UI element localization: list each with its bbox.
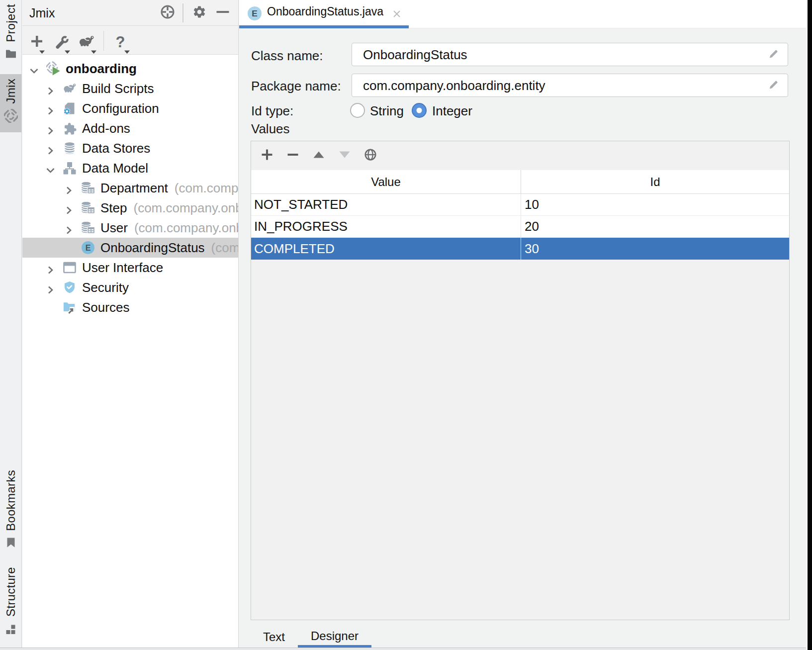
- entity-icon: [81, 221, 95, 235]
- help-icon[interactable]: ?: [114, 33, 137, 55]
- window-bottom-band: [0, 648, 808, 650]
- radio-string[interactable]: [350, 103, 365, 118]
- editor-tab-onboardingstatus[interactable]: E OnboardingStatus.java: [239, 0, 409, 28]
- tree-item-data-model[interactable]: Data Model: [22, 158, 238, 178]
- tree-item-add-ons[interactable]: Add-ons: [22, 118, 238, 138]
- tree-item-package: (com.company.onboarding.entity): [175, 181, 238, 196]
- database-icon: [63, 141, 77, 155]
- tree-item-onboarding[interactable]: onboarding: [22, 59, 238, 79]
- tree-item-package: (com.company.onboarding.entity): [134, 220, 238, 236]
- shield-icon: [63, 280, 77, 294]
- chevron-right-icon[interactable]: [45, 103, 55, 113]
- class-name-value: OnboardingStatus: [363, 47, 467, 62]
- bookmark-icon: [5, 537, 16, 551]
- chevron-down-icon[interactable]: [29, 64, 39, 74]
- cell-value[interactable]: NOT_STARTED: [251, 194, 521, 215]
- stripe-item-label: Project: [4, 4, 18, 42]
- chevron-right-icon[interactable]: [45, 143, 55, 153]
- cell-id[interactable]: 30: [521, 238, 789, 260]
- ui-icon: [63, 261, 77, 275]
- hide-tool-window-icon[interactable]: [216, 5, 229, 20]
- tree-item-package: (com.company.onboarding.entity): [134, 200, 239, 216]
- chevron-spacer: [45, 302, 55, 312]
- row-down-icon[interactable]: [339, 149, 351, 163]
- chevron-right-icon[interactable]: [64, 203, 74, 213]
- chevron-right-icon[interactable]: [45, 282, 55, 292]
- tree-item-security[interactable]: Security: [22, 278, 238, 297]
- tree-item-label: Build Scripts: [82, 81, 154, 96]
- radio-integer[interactable]: [412, 103, 427, 118]
- cell-value[interactable]: COMPLETED: [251, 238, 521, 260]
- row-remove-icon[interactable]: [287, 149, 299, 163]
- entity-icon: [81, 181, 95, 195]
- radio-string-label[interactable]: String: [370, 103, 404, 119]
- chevron-right-icon[interactable]: [64, 183, 74, 193]
- editor-view-tabs: Text Designer: [251, 627, 371, 648]
- tree-item-label: Sources: [82, 300, 129, 315]
- add-icon[interactable]: [30, 33, 53, 55]
- stripe-item-jmix[interactable]: Jmix: [0, 74, 21, 132]
- gradle-icon[interactable]: [78, 33, 101, 55]
- tree-item-sources[interactable]: Sources: [22, 297, 238, 317]
- dropdown-icon: [90, 47, 97, 56]
- chevron-right-icon[interactable]: [45, 123, 55, 133]
- wrench-icon[interactable]: [55, 33, 78, 55]
- column-header-value[interactable]: Value: [251, 170, 521, 193]
- jmix-tool-window: Jmix ? onboarding Build ScriptsConfig: [22, 0, 239, 648]
- values-row-in_progress[interactable]: IN_PROGRESS20: [251, 216, 789, 238]
- column-header-id[interactable]: Id: [521, 170, 789, 193]
- tree-item-user[interactable]: User(com.company.onboarding.entity): [22, 218, 238, 238]
- values-row-not_started[interactable]: NOT_STARTED10: [251, 194, 789, 216]
- values-table-header: Value Id: [251, 170, 789, 194]
- cell-id[interactable]: 10: [521, 194, 789, 215]
- folder-icon: [4, 47, 17, 62]
- cell-id[interactable]: 20: [521, 216, 789, 237]
- dropdown-icon: [39, 47, 45, 56]
- package-name-field[interactable]: com.company.onboarding.entity: [352, 74, 788, 97]
- chevron-down-icon[interactable]: [45, 163, 55, 173]
- chevron-right-icon[interactable]: [64, 223, 74, 233]
- tree-item-configuration[interactable]: Configuration: [22, 98, 238, 118]
- stripe-item-project[interactable]: Project: [0, 4, 21, 62]
- close-icon[interactable]: [393, 10, 401, 20]
- tree-item-build-scripts[interactable]: Build Scripts: [22, 79, 238, 98]
- globe-icon[interactable]: [364, 148, 377, 163]
- tree-item-label: Data Model: [82, 161, 148, 176]
- header-separator: [182, 3, 183, 22]
- row-add-icon[interactable]: [261, 149, 273, 163]
- tree-item-step[interactable]: Step(com.company.onboarding.entity): [22, 198, 238, 218]
- puzzle-icon: [63, 121, 77, 135]
- package-name-label: Package name:: [251, 79, 341, 94]
- row-up-icon[interactable]: [313, 149, 325, 163]
- tree-item-user-interface[interactable]: User Interface: [22, 258, 238, 278]
- tree-item-data-stores[interactable]: Data Stores: [22, 138, 238, 158]
- chevron-right-icon[interactable]: [45, 263, 55, 273]
- class-name-field[interactable]: OnboardingStatus: [352, 43, 788, 66]
- tab-text[interactable]: Text: [251, 627, 297, 648]
- edit-pencil-icon[interactable]: [767, 47, 780, 62]
- chevron-spacer: [64, 243, 74, 253]
- locate-icon[interactable]: [161, 5, 175, 21]
- tool-window-stripe: ProjectJmix BookmarksStructure: [0, 0, 22, 648]
- gear-icon[interactable]: [192, 5, 206, 21]
- stripe-item-label: Structure: [4, 567, 18, 617]
- edit-pencil-icon[interactable]: [767, 78, 780, 93]
- tree-item-department[interactable]: Department(com.company.onboarding.entity…: [22, 178, 238, 198]
- stripe-item-bookmarks[interactable]: Bookmarks: [0, 470, 21, 551]
- chevron-right-icon[interactable]: [45, 84, 55, 93]
- tree-item-label: onboarding: [66, 61, 137, 77]
- tree-item-label: User Interface: [82, 260, 163, 276]
- values-row-completed[interactable]: COMPLETED30: [251, 238, 789, 260]
- radio-integer-label[interactable]: Integer: [432, 103, 472, 119]
- desktop-background-strip: [808, 0, 812, 650]
- jmix-logo-icon: [4, 109, 18, 125]
- stripe-item-label: Jmix: [4, 79, 18, 104]
- cell-value[interactable]: IN_PROGRESS: [251, 216, 521, 237]
- tree-item-onboardingstatus[interactable]: EOnboardingStatus(com.company.onboarding…: [22, 238, 238, 258]
- gradle-node-icon: [63, 82, 77, 95]
- tool-window-header: Jmix: [22, 0, 238, 26]
- stripe-item-structure[interactable]: Structure: [0, 567, 21, 637]
- tab-designer[interactable]: Designer: [298, 627, 371, 648]
- sources-folder-icon: [63, 300, 77, 314]
- dropdown-icon: [64, 47, 71, 56]
